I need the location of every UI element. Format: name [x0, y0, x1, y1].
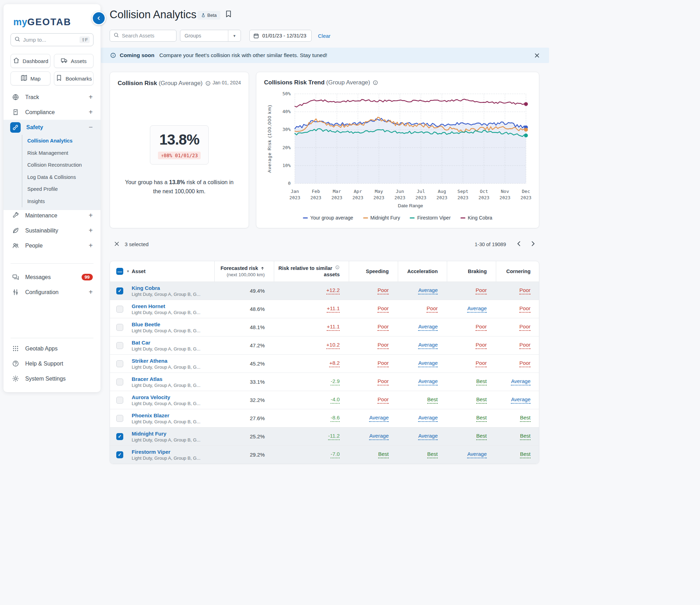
braking-rating[interactable]: Poor	[476, 324, 487, 331]
info-icon[interactable]	[335, 265, 340, 270]
acceleration-rating[interactable]: Poor	[427, 305, 438, 313]
bookmark-page-icon[interactable]	[224, 10, 233, 19]
sidebar-subitem-risk-management[interactable]: Risk Management	[27, 147, 101, 159]
sidebar-item-configuration[interactable]: Configuration+	[4, 285, 101, 300]
acceleration-rating[interactable]: Average	[418, 415, 438, 422]
braking-rating[interactable]: Average	[467, 451, 487, 458]
row-checkbox[interactable]	[116, 342, 123, 349]
jump-to-search[interactable]: ⇧F	[11, 33, 93, 46]
cornering-rating[interactable]: Poor	[519, 287, 531, 294]
relative-risk-value[interactable]: -11.2	[328, 433, 340, 440]
acceleration-rating[interactable]: Best	[427, 396, 438, 404]
table-row[interactable]: Green Hornet Light Duty, Group A, Group …	[110, 300, 539, 318]
acceleration-rating[interactable]: Best	[427, 451, 438, 458]
sidebar-item-maintenance[interactable]: Maintenance+	[4, 208, 101, 223]
cornering-rating[interactable]: Best	[520, 415, 531, 422]
braking-rating[interactable]: Poor	[476, 342, 487, 349]
table-row[interactable]: Bat Car Light Duty, Group A, Group B, G.…	[110, 336, 539, 354]
sidebar-subitem-log-data-collisions[interactable]: Log Data & Collisions	[27, 171, 101, 183]
cornering-rating[interactable]: Poor	[519, 342, 531, 349]
braking-rating[interactable]: Best	[476, 378, 487, 385]
acceleration-rating[interactable]: Average	[418, 433, 438, 440]
groups-dropdown[interactable]: Groups ▼	[180, 30, 241, 42]
relative-risk-value[interactable]: +11.1	[327, 324, 340, 331]
braking-rating[interactable]: Best	[476, 396, 487, 404]
braking-rating[interactable]: Best	[476, 415, 487, 422]
braking-rating[interactable]: Average	[467, 305, 487, 313]
sidebar-item-messages[interactable]: Messages99	[4, 270, 101, 285]
speeding-rating[interactable]: Poor	[377, 324, 389, 331]
asset-name-link[interactable]: Aurora Velocity	[132, 394, 211, 400]
relative-risk-value[interactable]: +10.2	[326, 342, 340, 349]
date-range-picker[interactable]: 01/01/23 - 12/31/23	[249, 30, 312, 42]
legend-item-your-group-average[interactable]: Your group average	[303, 215, 353, 221]
clear-selection-icon[interactable]	[114, 241, 120, 248]
speeding-rating[interactable]: Average	[369, 433, 389, 440]
relative-risk-value[interactable]: -4.0	[331, 396, 340, 404]
column-asset[interactable]: Asset	[132, 268, 214, 274]
sidebar-item-safety[interactable]: Safety−	[4, 120, 101, 135]
speeding-rating[interactable]: Poor	[377, 305, 389, 313]
relative-risk-value[interactable]: -2.9	[331, 378, 340, 385]
column-cornering[interactable]: Cornering	[496, 261, 539, 281]
sidebar-item-compliance[interactable]: Compliance+	[4, 105, 101, 120]
select-all-checkbox[interactable]: —	[116, 268, 123, 275]
column-forecasted-risk[interactable]: Forecasted risk (next 100,000 km)	[214, 261, 274, 281]
sidebar-subitem-collision-reconstruction[interactable]: Collision Reconstruction	[27, 159, 101, 171]
relative-risk-value[interactable]: +11.1	[327, 305, 340, 313]
row-checkbox[interactable]	[116, 324, 123, 331]
sidebar-item-people[interactable]: People+	[4, 238, 101, 253]
table-row[interactable]: ✓ Firestorm Viper Light Duty, Group A, G…	[110, 445, 539, 464]
table-row[interactable]: Phoenix Blazer Light Duty, Group A, Grou…	[110, 409, 539, 427]
relative-risk-value[interactable]: +8.2	[329, 360, 340, 367]
sidebar-item-help-support[interactable]: Help & Support	[4, 356, 101, 371]
sidebar-subitem-insights[interactable]: Insights	[27, 195, 101, 208]
speeding-rating[interactable]: Poor	[377, 342, 389, 349]
plus-icon[interactable]: +	[89, 211, 93, 220]
pagination-next-button[interactable]	[529, 240, 536, 249]
row-checkbox[interactable]: ✓	[116, 287, 123, 294]
quick-button-bookmarks[interactable]: Bookmarks	[54, 71, 94, 85]
acceleration-rating[interactable]: Average	[418, 342, 438, 349]
caret-down-icon[interactable]: ▼	[228, 30, 241, 41]
speeding-rating[interactable]: Poor	[377, 287, 389, 294]
asset-name-link[interactable]: Bat Car	[132, 340, 211, 346]
sidebar-subitem-collision-analytics[interactable]: Collision Analytics	[27, 135, 101, 147]
speeding-rating[interactable]: Average	[369, 415, 389, 422]
column-braking[interactable]: Braking	[447, 261, 496, 281]
sidebar-subitem-speed-profile[interactable]: Speed Profile	[27, 183, 101, 195]
quick-button-dashboard[interactable]: Dashboard	[11, 54, 50, 68]
sort-up-icon[interactable]	[259, 266, 265, 272]
acceleration-rating[interactable]: Average	[418, 287, 438, 294]
braking-rating[interactable]: Poor	[476, 287, 487, 294]
asset-name-link[interactable]: Green Hornet	[132, 303, 211, 309]
sidebar-item-track[interactable]: Track+	[4, 90, 101, 105]
plus-icon[interactable]: +	[89, 93, 93, 101]
row-checkbox[interactable]	[116, 360, 123, 367]
cornering-rating[interactable]: Average	[511, 378, 531, 385]
asset-name-link[interactable]: King Cobra	[132, 285, 211, 291]
speeding-rating[interactable]: Best	[378, 451, 389, 458]
plus-icon[interactable]: +	[89, 227, 93, 235]
asset-name-link[interactable]: Phoenix Blazer	[132, 412, 211, 418]
plus-icon[interactable]: +	[89, 288, 93, 296]
info-icon[interactable]	[205, 81, 211, 86]
table-row[interactable]: Blue Beetle Light Duty, Group A, Group B…	[110, 318, 539, 336]
cornering-rating[interactable]: Poor	[519, 324, 531, 331]
row-checkbox[interactable]: ✓	[116, 433, 123, 440]
row-checkbox[interactable]	[116, 378, 123, 385]
close-icon[interactable]	[534, 53, 540, 58]
search-assets-input[interactable]	[122, 33, 173, 39]
asset-name-link[interactable]: Striker Athena	[132, 358, 211, 364]
legend-item-midnight-fury[interactable]: Midnight Fury	[363, 215, 400, 221]
sidebar-item-geotab-apps[interactable]: Geotab Apps	[4, 341, 101, 356]
caret-down-icon[interactable]: ▼	[126, 270, 130, 273]
relative-risk-value[interactable]: -7.0	[331, 451, 340, 458]
table-row[interactable]: Striker Athena Light Duty, Group A, Grou…	[110, 354, 539, 373]
acceleration-rating[interactable]: Average	[418, 378, 438, 385]
cornering-rating[interactable]: Poor	[519, 360, 531, 367]
plus-icon[interactable]: +	[89, 108, 93, 116]
table-row[interactable]: ✓ King Cobra Light Duty, Group A, Group …	[110, 281, 539, 300]
relative-risk-value[interactable]: +12.2	[326, 287, 340, 294]
column-risk-relative[interactable]: Risk relative to similar assets	[274, 261, 349, 281]
